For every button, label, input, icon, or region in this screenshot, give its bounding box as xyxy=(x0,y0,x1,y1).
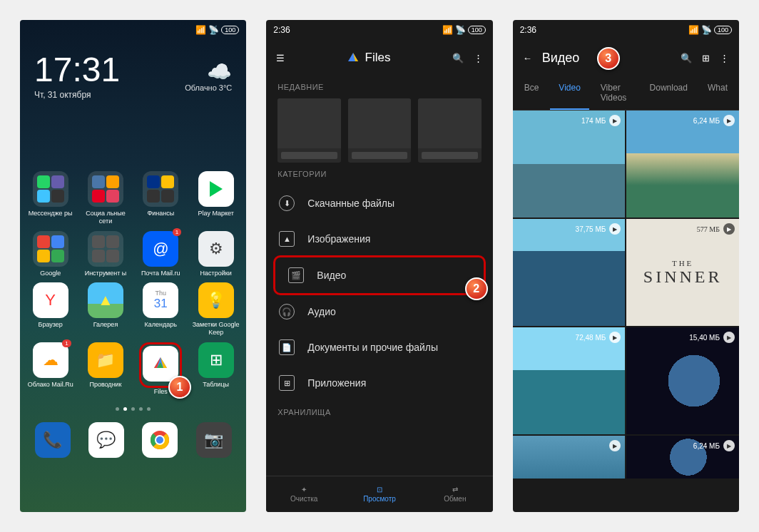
document-icon: 📄 xyxy=(279,339,295,355)
wifi-icon: 📡 xyxy=(208,25,219,35)
dock-camera[interactable]: 📷 xyxy=(196,422,232,458)
clean-icon: ✦ xyxy=(301,486,307,493)
app-cloud[interactable]: ☁1Облако Mail.Ru xyxy=(26,342,75,396)
page-indicator[interactable] xyxy=(20,403,246,415)
battery-icon: 100 xyxy=(221,26,239,34)
nav-share[interactable]: ⇄Обмен xyxy=(417,476,493,512)
recent-thumb[interactable] xyxy=(277,98,340,163)
bottom-nav: ✦Очистка ⊡Просмотр ⇄Обмен xyxy=(266,476,492,512)
more-icon[interactable]: ⋮ xyxy=(720,53,729,63)
section-storage: ХРАНИЛИЩА xyxy=(266,401,492,424)
video-thumb[interactable]: 6,24 МБ▶ xyxy=(626,111,739,218)
app-calendar[interactable]: Thu31Календарь xyxy=(136,282,185,337)
screen-3-video-list: 2:36 📶📡100 ← Видео 🔍 ⊞ ⋮ 3 Все Video Vib… xyxy=(513,20,739,512)
tab-whatsapp[interactable]: What xyxy=(699,76,736,110)
statusbar: 📶 📡 100 xyxy=(20,20,246,40)
section-recent: НЕДАВНИЕ xyxy=(266,76,492,98)
play-icon: ▶ xyxy=(609,332,621,343)
play-icon: ▶ xyxy=(609,223,621,235)
signal-icon: 📶 xyxy=(195,25,206,35)
video-icon: 🎬 xyxy=(288,267,304,283)
tab-viber[interactable]: Viber Videos xyxy=(592,76,638,110)
play-icon: ▶ xyxy=(609,115,621,126)
screen-1-home: 📶 📡 100 17:31 Чт, 31 октября ☁️ Облачно … xyxy=(20,20,246,512)
audio-icon: 🎧 xyxy=(279,304,295,319)
app-play-market[interactable]: Play Маркет xyxy=(191,171,240,225)
play-icon xyxy=(207,180,225,198)
statusbar: 2:36 📶📡100 xyxy=(513,20,739,40)
screen-2-files-app: 2:36 📶📡100 ☰ Files 🔍 ⋮ НЕДАВНИЕ КАТЕГОРИ… xyxy=(266,20,492,512)
recent-thumbnails[interactable] xyxy=(266,98,492,163)
app-finance[interactable]: Финансы xyxy=(136,171,185,225)
image-icon: ▲ xyxy=(279,231,295,247)
app-sheets[interactable]: ⊞Таблицы xyxy=(191,342,240,396)
play-icon: ▶ xyxy=(723,332,735,343)
app-social[interactable]: Социа льные сети xyxy=(81,171,130,225)
video-thumb[interactable]: 37,75 МБ▶ xyxy=(513,219,626,326)
dock-phone[interactable]: 📞 xyxy=(35,422,71,458)
weather-text: Облачно 3°C xyxy=(185,83,232,92)
chrome-icon xyxy=(149,429,170,451)
browse-icon: ⊡ xyxy=(377,486,382,493)
search-icon[interactable]: 🔍 xyxy=(681,53,692,63)
app-google[interactable]: Google xyxy=(26,231,75,277)
tab-video[interactable]: Video xyxy=(550,76,589,110)
app-settings[interactable]: ⚙Настройки xyxy=(191,231,240,277)
folder-tabs: Все Video Viber Videos Download What xyxy=(513,76,739,111)
app-keep[interactable]: 💡Заметки Google Keep xyxy=(191,282,240,337)
play-icon: ▶ xyxy=(609,440,621,451)
section-categories: КАТЕГОРИИ xyxy=(266,163,492,185)
app-mailru[interactable]: @1Почта Mail.ru xyxy=(136,231,185,277)
menu-icon[interactable]: ☰ xyxy=(276,53,285,63)
apps-icon: ⊞ xyxy=(279,375,295,391)
tab-all[interactable]: Все xyxy=(516,76,548,110)
recent-thumb[interactable] xyxy=(418,98,481,163)
nav-clean[interactable]: ✦Очистка xyxy=(266,476,342,512)
statusbar: 2:36 📶📡100 xyxy=(266,20,492,40)
recent-thumb[interactable] xyxy=(348,98,411,163)
svg-point-3 xyxy=(156,436,164,444)
dock-chrome[interactable] xyxy=(142,422,178,458)
view-toggle-icon[interactable]: ⊞ xyxy=(702,53,710,63)
weather-icon: ☁️ xyxy=(185,60,232,83)
marker-3: 3 xyxy=(597,47,620,70)
download-icon: ⬇ xyxy=(279,195,295,211)
video-thumb[interactable]: 72,48 МБ▶ xyxy=(513,327,626,434)
app-browser[interactable]: YБраузер xyxy=(26,282,75,337)
weather-widget[interactable]: ☁️ Облачно 3°C xyxy=(185,60,232,92)
appbar: ☰ Files 🔍 ⋮ xyxy=(266,40,492,76)
tab-download[interactable]: Download xyxy=(641,76,696,110)
app-gallery[interactable]: ▲Галерея xyxy=(81,282,130,337)
app-messengers[interactable]: Мессендже ры xyxy=(26,171,75,225)
play-icon: ▶ xyxy=(723,440,735,451)
video-grid: 174 МБ▶ 6,24 МБ▶ 37,75 МБ▶ 577 МБ▶THESIN… xyxy=(513,111,739,479)
app-explorer[interactable]: 📁Проводник xyxy=(81,342,130,396)
video-thumb[interactable]: 174 МБ▶ xyxy=(513,111,626,218)
share-icon: ⇄ xyxy=(452,486,458,493)
files-icon xyxy=(151,354,170,374)
cat-downloads[interactable]: ⬇Скачанные файлы xyxy=(266,185,492,221)
play-icon: ▶ xyxy=(723,223,735,235)
video-thumb[interactable]: 577 МБ▶THESINNER xyxy=(626,219,739,326)
dock: 📞 💬 📷 xyxy=(20,415,246,471)
cat-audio[interactable]: 🎧Аудио xyxy=(266,294,492,329)
dock-messages[interactable]: 💬 xyxy=(88,422,124,458)
marker-2: 2 xyxy=(465,277,488,300)
cat-video[interactable]: 🎬Видео xyxy=(275,257,483,293)
nav-browse[interactable]: ⊡Просмотр xyxy=(342,476,417,512)
more-icon[interactable]: ⋮ xyxy=(474,53,483,63)
video-thumb[interactable]: 6,24 МБ▶ xyxy=(626,436,739,479)
video-thumb[interactable]: 15,40 МБ▶ xyxy=(626,327,739,434)
video-thumb[interactable]: ▶ xyxy=(513,436,626,479)
app-grid: Мессендже ры Социа льные сети Финансы Pl… xyxy=(20,164,246,403)
back-icon[interactable]: ← xyxy=(523,53,532,63)
app-title: Files xyxy=(295,51,442,65)
cat-apps[interactable]: ⊞Приложения xyxy=(266,365,492,401)
app-tools[interactable]: Инструмент ы xyxy=(81,231,130,277)
play-icon: ▶ xyxy=(723,115,735,126)
cat-images[interactable]: ▲Изображения xyxy=(266,221,492,257)
cat-documents[interactable]: 📄Документы и прочие файлы xyxy=(266,329,492,365)
app-files[interactable]: Files1 xyxy=(136,342,185,396)
search-icon[interactable]: 🔍 xyxy=(452,53,464,63)
appbar: ← Видео 🔍 ⊞ ⋮ 3 xyxy=(513,40,739,76)
